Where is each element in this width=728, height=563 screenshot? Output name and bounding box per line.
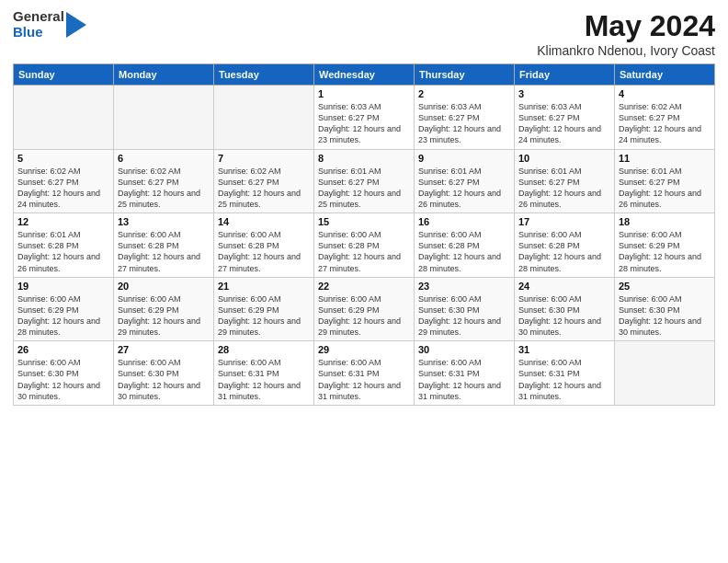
calendar-cell: 11Sunrise: 6:01 AMSunset: 6:27 PMDayligh… xyxy=(615,149,715,213)
day-info: Sunrise: 6:01 AMSunset: 6:27 PMDaylight:… xyxy=(318,166,410,211)
day-number: 15 xyxy=(318,216,410,227)
day-number: 29 xyxy=(318,344,410,355)
calendar-week-row: 12Sunrise: 6:01 AMSunset: 6:28 PMDayligh… xyxy=(14,213,715,278)
calendar-cell: 8Sunrise: 6:01 AMSunset: 6:27 PMDaylight… xyxy=(314,149,415,213)
day-info: Sunrise: 6:00 AMSunset: 6:30 PMDaylight:… xyxy=(518,293,610,339)
calendar-cell: 24Sunrise: 6:00 AMSunset: 6:30 PMDayligh… xyxy=(515,277,615,341)
day-number: 12 xyxy=(17,216,109,227)
day-info: Sunrise: 6:01 AMSunset: 6:27 PMDaylight:… xyxy=(619,166,711,211)
calendar-cell: 25Sunrise: 6:00 AMSunset: 6:30 PMDayligh… xyxy=(615,277,715,341)
day-info: Sunrise: 6:00 AMSunset: 6:28 PMDaylight:… xyxy=(518,229,610,274)
weekday-header-friday: Friday xyxy=(515,64,615,86)
calendar-table: SundayMondayTuesdayWednesdayThursdayFrid… xyxy=(13,63,715,406)
day-number: 14 xyxy=(218,216,310,227)
calendar-cell: 14Sunrise: 6:00 AMSunset: 6:28 PMDayligh… xyxy=(214,213,314,278)
calendar-cell: 26Sunrise: 6:00 AMSunset: 6:30 PMDayligh… xyxy=(14,341,114,406)
day-info: Sunrise: 6:00 AMSunset: 6:31 PMDaylight:… xyxy=(518,357,610,402)
day-info: Sunrise: 6:00 AMSunset: 6:30 PMDaylight:… xyxy=(418,293,510,339)
day-number: 25 xyxy=(619,281,711,292)
weekday-header-thursday: Thursday xyxy=(415,64,515,86)
weekday-header-sunday: Sunday xyxy=(14,64,114,86)
day-info: Sunrise: 6:00 AMSunset: 6:31 PMDaylight:… xyxy=(318,357,410,402)
location-subtitle: Klimankro Ndenou, Ivory Coast xyxy=(537,43,715,58)
page: General Blue May 2024 Klimankro Ndenou, … xyxy=(0,0,728,563)
day-info: Sunrise: 6:01 AMSunset: 6:27 PMDaylight:… xyxy=(518,166,610,211)
day-number: 19 xyxy=(17,281,109,292)
calendar-cell xyxy=(615,341,715,406)
title-block: May 2024 Klimankro Ndenou, Ivory Coast xyxy=(537,9,715,58)
calendar-cell: 12Sunrise: 6:01 AMSunset: 6:28 PMDayligh… xyxy=(14,213,114,278)
logo: General Blue xyxy=(13,9,86,40)
calendar-week-row: 5Sunrise: 6:02 AMSunset: 6:27 PMDaylight… xyxy=(14,149,715,213)
day-number: 2 xyxy=(418,88,510,99)
day-info: Sunrise: 6:00 AMSunset: 6:28 PMDaylight:… xyxy=(118,229,210,274)
calendar-cell: 28Sunrise: 6:00 AMSunset: 6:31 PMDayligh… xyxy=(214,341,314,406)
day-number: 20 xyxy=(118,281,210,292)
day-info: Sunrise: 6:01 AMSunset: 6:27 PMDaylight:… xyxy=(418,166,510,211)
day-number: 28 xyxy=(218,344,310,355)
calendar-cell: 13Sunrise: 6:00 AMSunset: 6:28 PMDayligh… xyxy=(114,213,214,278)
day-info: Sunrise: 6:03 AMSunset: 6:27 PMDaylight:… xyxy=(518,101,610,146)
header: General Blue May 2024 Klimankro Ndenou, … xyxy=(13,9,715,58)
day-info: Sunrise: 6:00 AMSunset: 6:28 PMDaylight:… xyxy=(418,229,510,274)
day-info: Sunrise: 6:00 AMSunset: 6:28 PMDaylight:… xyxy=(318,229,410,274)
calendar-cell: 27Sunrise: 6:00 AMSunset: 6:30 PMDayligh… xyxy=(114,341,214,406)
calendar-cell xyxy=(214,86,314,150)
logo-blue: Blue xyxy=(13,25,64,40)
day-info: Sunrise: 6:02 AMSunset: 6:27 PMDaylight:… xyxy=(17,166,109,211)
calendar-cell xyxy=(14,86,114,150)
day-number: 8 xyxy=(318,153,410,164)
month-year-title: May 2024 xyxy=(537,9,715,43)
calendar-cell: 9Sunrise: 6:01 AMSunset: 6:27 PMDaylight… xyxy=(415,149,515,213)
day-number: 1 xyxy=(318,88,410,99)
calendar-cell: 16Sunrise: 6:00 AMSunset: 6:28 PMDayligh… xyxy=(415,213,515,278)
day-number: 5 xyxy=(17,153,109,164)
logo-arrow-icon xyxy=(66,12,86,38)
day-info: Sunrise: 6:02 AMSunset: 6:27 PMDaylight:… xyxy=(218,166,310,211)
calendar-week-row: 1Sunrise: 6:03 AMSunset: 6:27 PMDaylight… xyxy=(14,86,715,150)
day-info: Sunrise: 6:03 AMSunset: 6:27 PMDaylight:… xyxy=(418,101,510,146)
day-number: 9 xyxy=(418,153,510,164)
day-info: Sunrise: 6:00 AMSunset: 6:30 PMDaylight:… xyxy=(118,357,210,402)
calendar-cell: 3Sunrise: 6:03 AMSunset: 6:27 PMDaylight… xyxy=(515,86,615,150)
calendar-cell: 6Sunrise: 6:02 AMSunset: 6:27 PMDaylight… xyxy=(114,149,214,213)
day-info: Sunrise: 6:00 AMSunset: 6:31 PMDaylight:… xyxy=(218,357,310,402)
day-number: 7 xyxy=(218,153,310,164)
day-number: 21 xyxy=(218,281,310,292)
calendar-cell: 1Sunrise: 6:03 AMSunset: 6:27 PMDaylight… xyxy=(314,86,415,150)
day-number: 22 xyxy=(318,281,410,292)
day-info: Sunrise: 6:00 AMSunset: 6:29 PMDaylight:… xyxy=(318,293,410,339)
day-info: Sunrise: 6:00 AMSunset: 6:30 PMDaylight:… xyxy=(17,357,109,402)
svg-marker-0 xyxy=(66,12,86,38)
day-number: 13 xyxy=(118,216,210,227)
calendar-week-row: 26Sunrise: 6:00 AMSunset: 6:30 PMDayligh… xyxy=(14,341,715,406)
weekday-header-monday: Monday xyxy=(114,64,214,86)
day-number: 30 xyxy=(418,344,510,355)
day-info: Sunrise: 6:03 AMSunset: 6:27 PMDaylight:… xyxy=(318,101,410,146)
day-info: Sunrise: 6:00 AMSunset: 6:29 PMDaylight:… xyxy=(17,293,109,339)
day-info: Sunrise: 6:02 AMSunset: 6:27 PMDaylight:… xyxy=(619,101,711,146)
weekday-header-saturday: Saturday xyxy=(615,64,715,86)
day-number: 26 xyxy=(17,344,109,355)
calendar-cell xyxy=(114,86,214,150)
weekday-header-row: SundayMondayTuesdayWednesdayThursdayFrid… xyxy=(14,64,715,86)
day-number: 24 xyxy=(518,281,610,292)
calendar-cell: 17Sunrise: 6:00 AMSunset: 6:28 PMDayligh… xyxy=(515,213,615,278)
calendar-cell: 18Sunrise: 6:00 AMSunset: 6:29 PMDayligh… xyxy=(615,213,715,278)
calendar-cell: 29Sunrise: 6:00 AMSunset: 6:31 PMDayligh… xyxy=(314,341,415,406)
day-number: 4 xyxy=(619,88,711,99)
calendar-cell: 4Sunrise: 6:02 AMSunset: 6:27 PMDaylight… xyxy=(615,86,715,150)
calendar-cell: 2Sunrise: 6:03 AMSunset: 6:27 PMDaylight… xyxy=(415,86,515,150)
day-info: Sunrise: 6:00 AMSunset: 6:30 PMDaylight:… xyxy=(619,293,711,339)
day-info: Sunrise: 6:01 AMSunset: 6:28 PMDaylight:… xyxy=(17,229,109,274)
day-info: Sunrise: 6:00 AMSunset: 6:29 PMDaylight:… xyxy=(218,293,310,339)
calendar-cell: 10Sunrise: 6:01 AMSunset: 6:27 PMDayligh… xyxy=(515,149,615,213)
day-number: 17 xyxy=(518,216,610,227)
calendar-cell: 31Sunrise: 6:00 AMSunset: 6:31 PMDayligh… xyxy=(515,341,615,406)
day-info: Sunrise: 6:00 AMSunset: 6:29 PMDaylight:… xyxy=(118,293,210,339)
logo-general: General xyxy=(13,9,64,25)
calendar-cell: 5Sunrise: 6:02 AMSunset: 6:27 PMDaylight… xyxy=(14,149,114,213)
calendar-cell: 20Sunrise: 6:00 AMSunset: 6:29 PMDayligh… xyxy=(114,277,214,341)
day-info: Sunrise: 6:00 AMSunset: 6:31 PMDaylight:… xyxy=(418,357,510,402)
calendar-week-row: 19Sunrise: 6:00 AMSunset: 6:29 PMDayligh… xyxy=(14,277,715,341)
